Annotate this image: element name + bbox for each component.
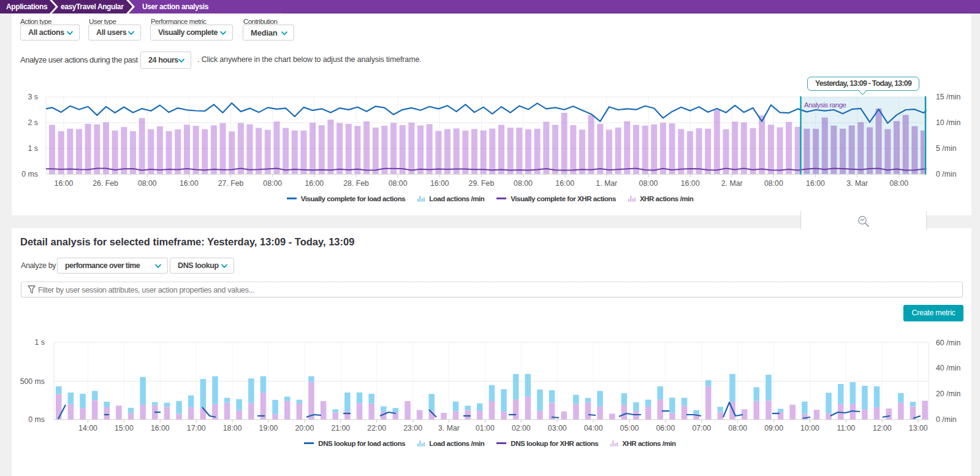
svg-text:15 /min: 15 /min [936, 93, 960, 101]
svg-text:1 s: 1 s [28, 144, 38, 153]
svg-text:08:00: 08:00 [138, 179, 157, 188]
svg-text:Analysis range: Analysis range [804, 101, 846, 109]
svg-text:19:00: 19:00 [259, 424, 278, 432]
svg-text:08:00: 08:00 [889, 179, 908, 188]
svg-text:40 /min: 40 /min [936, 364, 960, 372]
svg-text:16:00: 16:00 [305, 179, 324, 188]
svg-text:2 s: 2 s [28, 118, 38, 127]
svg-text:21:00: 21:00 [331, 424, 350, 432]
svg-text:08:00: 08:00 [514, 179, 533, 188]
svg-text:500 ms: 500 ms [20, 377, 45, 386]
svg-text:16:00: 16:00 [151, 424, 170, 432]
svg-text:14:00: 14:00 [78, 424, 97, 432]
svg-text:17:00: 17:00 [187, 424, 206, 432]
svg-text:3 s: 3 s [28, 93, 38, 101]
svg-text:28. Feb: 28. Feb [343, 179, 369, 188]
svg-text:05:00: 05:00 [620, 424, 639, 432]
svg-text:16:00: 16:00 [55, 179, 74, 188]
svg-text:2. Mar: 2. Mar [721, 179, 743, 188]
svg-text:23:00: 23:00 [403, 424, 422, 432]
svg-text:08:00: 08:00 [389, 179, 408, 188]
svg-text:10 /min: 10 /min [936, 118, 960, 127]
svg-text:08:00: 08:00 [639, 179, 658, 188]
svg-text:09:00: 09:00 [764, 424, 783, 432]
svg-text:60 /min: 60 /min [936, 339, 960, 347]
svg-text:03:00: 03:00 [548, 424, 567, 432]
svg-text:04:00: 04:00 [584, 424, 603, 432]
svg-text:29. Feb: 29. Feb [469, 179, 495, 188]
svg-text:26. Feb: 26. Feb [93, 179, 118, 188]
svg-text:15:00: 15:00 [115, 424, 134, 432]
svg-text:1. Mar: 1. Mar [596, 179, 617, 188]
svg-text:01:00: 01:00 [476, 424, 495, 432]
svg-text:27. Feb: 27. Feb [218, 179, 244, 188]
svg-text:0 ms: 0 ms [28, 415, 45, 424]
svg-text:07:00: 07:00 [692, 424, 711, 432]
svg-text:16:00: 16:00 [681, 179, 700, 188]
svg-text:08:00: 08:00 [263, 179, 282, 188]
svg-text:20 /min: 20 /min [936, 390, 960, 398]
svg-text:0 /min: 0 /min [936, 170, 957, 178]
svg-text:1 s: 1 s [35, 338, 45, 347]
svg-text:18:00: 18:00 [223, 424, 242, 432]
svg-text:5 /min: 5 /min [936, 144, 957, 153]
svg-text:06:00: 06:00 [656, 424, 675, 432]
svg-text:08:00: 08:00 [764, 179, 783, 188]
svg-text:11:00: 11:00 [837, 424, 855, 432]
svg-text:16:00: 16:00 [180, 179, 199, 188]
svg-text:16:00: 16:00 [430, 179, 449, 188]
svg-text:22:00: 22:00 [367, 424, 386, 432]
svg-text:02:00: 02:00 [512, 424, 531, 432]
svg-text:0 ms: 0 ms [21, 170, 38, 178]
svg-text:20:00: 20:00 [295, 424, 314, 432]
svg-text:3. Mar: 3. Mar [846, 179, 868, 188]
svg-text:3. Mar: 3. Mar [438, 424, 460, 432]
svg-text:16:00: 16:00 [555, 179, 574, 188]
svg-text:10:00: 10:00 [800, 424, 819, 432]
svg-text:13:00: 13:00 [909, 424, 928, 432]
svg-text:12:00: 12:00 [873, 424, 892, 432]
svg-text:0 /min: 0 /min [936, 415, 957, 424]
svg-text:16:00: 16:00 [806, 179, 825, 188]
svg-text:08:00: 08:00 [728, 424, 747, 432]
